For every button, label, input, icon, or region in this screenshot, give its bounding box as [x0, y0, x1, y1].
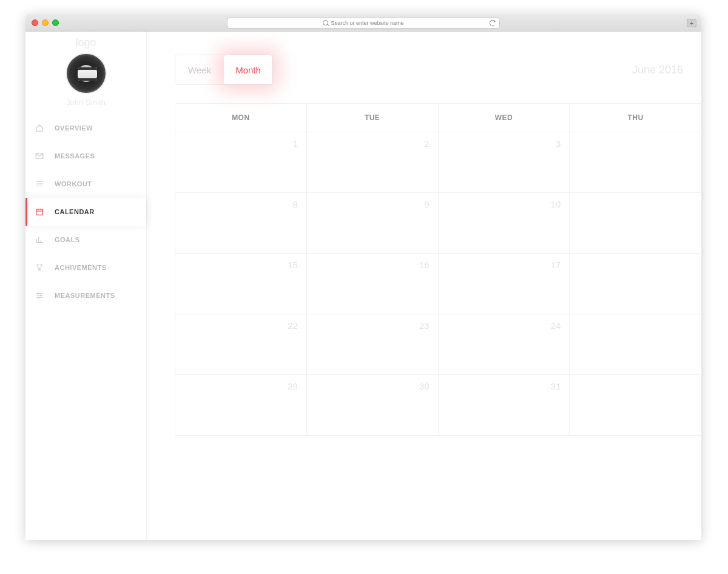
calendar-cell[interactable]: [570, 314, 701, 375]
sidebar-item-calendar[interactable]: CALENDAR: [25, 198, 146, 226]
minimize-window-button[interactable]: [42, 19, 49, 26]
day-header-tue: TUE: [307, 104, 439, 132]
day-number: 9: [424, 199, 429, 209]
day-number: 3: [556, 138, 561, 149]
sidebar-item-label: GOALS: [55, 236, 80, 243]
calendar-cell[interactable]: [570, 375, 701, 436]
trophy-icon: [35, 263, 44, 272]
calendar-cell[interactable]: 3: [439, 132, 570, 193]
calendar-cell[interactable]: 15: [175, 254, 307, 314]
username-label: John Smith: [25, 98, 146, 107]
calendar-cell[interactable]: 29: [175, 375, 307, 436]
calendar-cell[interactable]: 31: [439, 375, 570, 436]
address-placeholder: Search or enter website name: [331, 20, 403, 26]
day-number: 1: [292, 138, 297, 149]
sidebar-item-measurements[interactable]: MEASUREMENTS: [25, 282, 146, 309]
home-icon: [35, 124, 44, 132]
day-number: 29: [288, 381, 298, 391]
list-icon: [35, 180, 44, 188]
browser-window: Search or enter website name + logo John…: [25, 15, 701, 540]
svg-point-4: [38, 297, 39, 298]
calendar-cell[interactable]: 16: [307, 254, 439, 314]
calendar-cell[interactable]: 1: [175, 132, 307, 193]
calendar-cell[interactable]: 24: [439, 314, 570, 375]
logo-text: logo: [25, 32, 146, 52]
month-tab[interactable]: Month: [224, 55, 272, 84]
sidebar-item-label: MEASUREMENTS: [55, 292, 115, 299]
day-number: 17: [551, 260, 561, 270]
new-tab-button[interactable]: +: [687, 19, 696, 27]
main-content: Week Month June 2016 MON TUE WED THU 123…: [147, 32, 701, 540]
sidebar-item-label: MESSAGES: [55, 152, 95, 160]
toolbar: Week Month June 2016: [175, 55, 701, 85]
day-number: 22: [288, 320, 298, 331]
traffic-lights: [32, 19, 59, 26]
calendar-cell[interactable]: 23: [307, 314, 439, 375]
calendar-cell[interactable]: [570, 193, 701, 254]
calendar-cell[interactable]: 8: [175, 193, 307, 254]
envelope-icon: [35, 152, 44, 160]
app-root: logo John Smith OVERVIEW MESSAGES: [25, 32, 701, 540]
svg-rect-1: [36, 209, 43, 215]
day-number: 15: [288, 260, 298, 270]
close-window-button[interactable]: [32, 19, 38, 26]
day-header-thu: THU: [570, 104, 701, 132]
calendar: MON TUE WED THU 123891015161722232429303…: [175, 103, 701, 436]
search-icon: [323, 20, 328, 25]
sliders-icon: [35, 291, 44, 300]
current-period-label: June 2016: [632, 64, 683, 76]
day-number: 10: [551, 199, 561, 209]
reload-icon[interactable]: [490, 20, 496, 26]
calendar-cell[interactable]: 22: [175, 314, 307, 375]
sidebar-item-label: WORKOUT: [55, 180, 92, 187]
calendar-cell[interactable]: 2: [307, 132, 439, 193]
calendar-body: 1238910151617222324293031: [175, 132, 701, 436]
day-number: 24: [551, 320, 561, 331]
browser-titlebar: Search or enter website name +: [25, 15, 701, 32]
day-number: 2: [424, 138, 429, 149]
day-number: 16: [419, 260, 430, 270]
calendar-icon: [35, 208, 44, 216]
sidebar-item-workout[interactable]: WORKOUT: [25, 170, 146, 198]
day-number: 31: [551, 381, 561, 391]
svg-point-2: [38, 292, 39, 294]
chart-icon: [35, 235, 44, 244]
calendar-cell[interactable]: [570, 132, 701, 193]
calendar-cell[interactable]: [570, 254, 701, 314]
day-number: 23: [419, 320, 430, 331]
avatar[interactable]: [66, 53, 107, 94]
svg-point-3: [40, 295, 41, 296]
sidebar-item-label: OVERVIEW: [55, 124, 93, 132]
calendar-cell[interactable]: 9: [307, 193, 439, 254]
sidebar: logo John Smith OVERVIEW MESSAGES: [25, 32, 147, 540]
sidebar-item-goals[interactable]: GOALS: [25, 226, 146, 254]
day-number: 30: [419, 381, 430, 391]
sidebar-item-label: CALENDAR: [55, 208, 95, 215]
sidebar-item-overview[interactable]: OVERVIEW: [25, 114, 146, 142]
day-header-mon: MON: [175, 104, 307, 132]
calendar-cell[interactable]: 10: [439, 193, 570, 254]
day-number: 8: [292, 199, 297, 209]
week-tab[interactable]: Week: [175, 55, 224, 84]
maximize-window-button[interactable]: [52, 19, 59, 26]
address-bar[interactable]: Search or enter website name: [227, 18, 500, 29]
calendar-header-row: MON TUE WED THU: [175, 104, 701, 132]
calendar-cell[interactable]: 30: [307, 375, 439, 436]
sidebar-item-achivements[interactable]: ACHIVEMENTS: [25, 254, 146, 282]
view-switch: Week Month: [175, 55, 273, 85]
sidebar-item-label: ACHIVEMENTS: [55, 264, 107, 271]
nav-list: OVERVIEW MESSAGES WORKOUT: [25, 114, 146, 309]
day-header-wed: WED: [439, 104, 570, 132]
sidebar-item-messages[interactable]: MESSAGES: [25, 142, 146, 170]
calendar-cell[interactable]: 17: [439, 254, 570, 314]
